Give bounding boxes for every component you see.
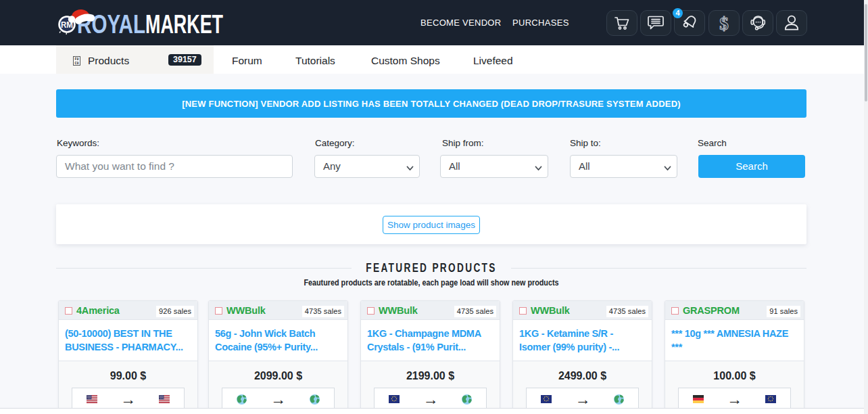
svg-text:MARKET: MARKET <box>145 9 223 39</box>
svg-text:$: $ <box>719 14 729 33</box>
svg-text:C9: C9 <box>75 62 79 65</box>
svg-text:F0: F0 <box>75 58 79 61</box>
